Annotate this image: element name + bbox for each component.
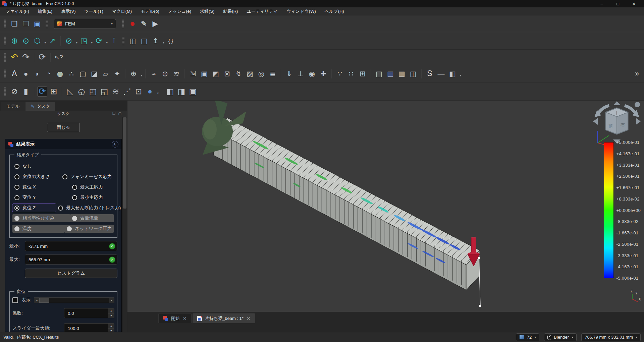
mesh-group-icon[interactable]: ⊞ <box>358 69 368 79</box>
material-editor-icon[interactable]: ◔ <box>44 69 54 79</box>
mesh-display-icon[interactable]: ▤ <box>374 69 384 79</box>
material-solid-icon[interactable]: ● <box>21 69 31 79</box>
tab-tasks[interactable]: ✎ タスク <box>25 102 55 111</box>
radio-displacement-magnitude[interactable]: 変位の大きさ <box>12 173 60 181</box>
dock-scrollbar-thumb[interactable] <box>123 117 126 209</box>
solver-run-icon[interactable]: — <box>436 69 446 79</box>
refresh-document-icon[interactable]: ⟳ <box>37 52 47 62</box>
chevron-down-icon[interactable]: ▾ <box>106 41 108 44</box>
edit-macro-icon[interactable]: ✎ <box>139 19 149 29</box>
menu-item-9[interactable]: ユーティリティ <box>242 7 282 15</box>
slider-thumb[interactable] <box>39 298 49 303</box>
dock-scrollbar[interactable] <box>122 117 127 332</box>
mesh-refinement-icon[interactable]: ▦ <box>397 69 407 79</box>
maximize-button-icon[interactable]: □ <box>610 0 625 7</box>
menu-item-4[interactable]: マクロ(M) <box>108 7 136 15</box>
nav-triangle-up-icon[interactable] <box>613 101 621 105</box>
workbench-selector[interactable]: FEM ▾ <box>54 19 116 29</box>
slider-right-arrow-icon[interactable]: ▸ <box>109 298 114 303</box>
radio-displacement-y[interactable]: 変位 Y <box>12 193 70 202</box>
menu-item-0[interactable]: ファイル(F) <box>1 7 34 15</box>
axonometric-view-icon[interactable]: ⬡▾ <box>32 36 42 46</box>
initial-temperature-icon[interactable]: ⊙ <box>160 69 170 79</box>
factor-field[interactable]: 0.0 ▲▼ <box>64 308 114 318</box>
nav-triangle-left-icon[interactable] <box>593 118 598 125</box>
draw-style-icon[interactable]: ⊘▾ <box>64 36 74 46</box>
toolbar-grip[interactable] <box>4 19 6 28</box>
chevron-down-icon[interactable]: ▾ <box>91 41 93 44</box>
collapse-panel-icon[interactable]: « <box>112 141 118 148</box>
close-button-icon[interactable]: ✕ <box>627 0 641 7</box>
save-document-icon[interactable]: ▣ <box>32 19 42 29</box>
mesh-region-icon[interactable]: ▥ <box>385 69 395 79</box>
expression-editor-icon[interactable]: { } <box>166 36 176 46</box>
radio-von-mises-stress[interactable]: フォンミーゼス応力 <box>60 173 114 181</box>
material-reinforced-icon[interactable]: ◍ <box>55 69 65 79</box>
close-tab-icon[interactable]: ✕ <box>247 316 251 321</box>
measure-icon[interactable]: ⊺ <box>109 36 119 46</box>
chevron-down-icon[interactable]: ▾ <box>44 41 46 44</box>
equation-wave-icon[interactable]: ≋ <box>171 69 181 79</box>
min-value-field[interactable]: -3.71 mm ✓ <box>25 241 117 251</box>
constraint-bearing-icon[interactable]: ◉ <box>307 69 317 79</box>
execute-macro-icon[interactable]: ▶ <box>150 19 160 29</box>
material-fluid-icon[interactable]: ◗ <box>32 69 42 79</box>
share-export-icon[interactable]: ↥▾ <box>151 36 161 46</box>
toolbar-grip[interactable] <box>122 37 124 45</box>
slider-max-spinner[interactable]: ▲▼ <box>108 324 114 332</box>
mesh-gmsh-icon[interactable]: ◎ <box>256 69 266 79</box>
chevron-down-icon[interactable]: ▾ <box>141 74 142 77</box>
fit-all-icon[interactable]: ⊕ <box>9 36 19 46</box>
menu-item-5[interactable]: モデル(o) <box>136 7 164 15</box>
constraint-pressure-icon[interactable]: ⊥ <box>296 69 306 79</box>
line-plot-filter-icon[interactable]: ⋰ <box>122 87 132 97</box>
chevron-down-icon[interactable]: ▾ <box>157 92 159 95</box>
constraint-pin-icon[interactable]: ✚ <box>318 69 328 79</box>
shell-thickness-icon[interactable]: ◪ <box>89 69 99 79</box>
navcube-top-label[interactable]: 上 <box>614 111 619 116</box>
group-folder-icon[interactable]: ▤ <box>139 36 149 46</box>
navcube-right-label[interactable]: 右 <box>621 122 625 127</box>
close-tab-icon[interactable]: ✕ <box>183 316 187 321</box>
constraint-fixed-icon[interactable]: ⊠ <box>222 69 232 79</box>
fem-analysis-icon[interactable]: A <box>9 69 19 79</box>
beam-section-icon[interactable]: ▢ <box>78 69 88 79</box>
pipeline-from-result-icon[interactable]: ◧ <box>165 87 175 97</box>
chevron-down-icon[interactable]: ▾ <box>163 41 164 44</box>
menu-item-10[interactable]: ウィンドウ(W) <box>282 7 320 15</box>
redo-icon[interactable]: ↷ <box>21 52 31 62</box>
fem-beam[interactable] <box>214 118 480 290</box>
close-task-button[interactable]: 閉じる <box>47 123 80 132</box>
glyph-filter-icon[interactable]: ⊡ <box>133 87 144 97</box>
toolbar-grip[interactable] <box>4 87 6 96</box>
factor-spinner[interactable]: ▲▼ <box>108 308 114 318</box>
toolbar-grip[interactable] <box>4 53 6 62</box>
radio-max-shear-stress[interactable]: 最大せん断応力 (トレスカ) <box>56 204 114 212</box>
record-macro-icon[interactable]: ● <box>127 19 138 29</box>
nodes-set-icon[interactable]: ∴ <box>66 69 76 79</box>
dimensions-select[interactable]: 766.79 mm x 332.01 mm ▾ <box>581 333 641 341</box>
new-document-icon[interactable]: ❏ <box>9 19 19 29</box>
mdi-tab-start[interactable]: 開始 ✕ <box>158 313 192 323</box>
scalar-clip-filter-icon[interactable]: ◵ <box>76 87 87 97</box>
navcube-front-label[interactable]: 前 <box>608 123 613 128</box>
data-at-point-icon[interactable]: ●▾ <box>145 87 155 97</box>
fit-selection-icon[interactable]: ⊙ <box>21 36 31 46</box>
mesh-cut-plane-icon[interactable]: ◩ <box>211 69 221 79</box>
menu-item-6[interactable]: メッシュ(e) <box>164 7 196 15</box>
element-result-icon[interactable]: ∷ <box>346 69 356 79</box>
function-cut-filter-icon[interactable]: ◰ <box>88 87 98 97</box>
radio-min-principal-stress[interactable]: 最小主応力 <box>70 193 114 202</box>
link-navigate-icon[interactable]: ↗ <box>47 36 57 46</box>
radio-none[interactable]: なし <box>12 162 114 170</box>
toolbar-grip[interactable] <box>4 69 6 78</box>
undo-icon[interactable]: ↶ <box>9 52 19 62</box>
mesh-netgen-icon[interactable]: ▨ <box>245 69 255 79</box>
mdi-tab-document[interactable]: 片持ち梁_beam : 1* ✕ <box>193 313 255 323</box>
beam-rotation-icon[interactable]: ▱ <box>101 69 111 79</box>
max-value-field[interactable]: 565.97 nm ✓ <box>25 254 117 265</box>
menu-item-3[interactable]: ツール(T) <box>80 7 108 15</box>
nav-triangle-right-icon[interactable] <box>636 118 641 125</box>
radio-displacement-x[interactable]: 変位 X <box>12 183 70 191</box>
menu-item-8[interactable]: 結果(R) <box>219 7 242 15</box>
